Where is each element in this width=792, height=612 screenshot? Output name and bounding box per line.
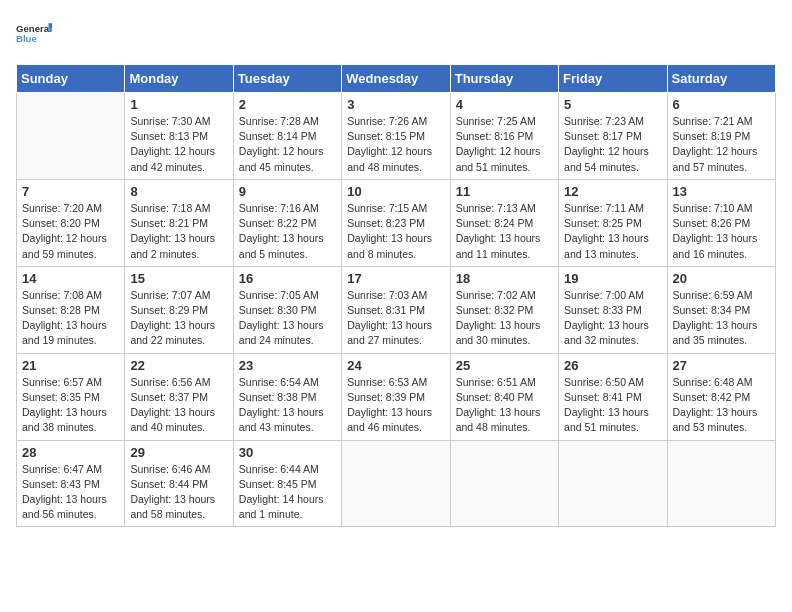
day-number: 23 — [239, 358, 336, 373]
day-number: 24 — [347, 358, 444, 373]
day-number: 1 — [130, 97, 227, 112]
day-number: 19 — [564, 271, 661, 286]
day-number: 4 — [456, 97, 553, 112]
day-detail: Sunrise: 7:05 AM Sunset: 8:30 PM Dayligh… — [239, 288, 336, 349]
day-number: 11 — [456, 184, 553, 199]
day-number: 3 — [347, 97, 444, 112]
day-detail: Sunrise: 6:46 AM Sunset: 8:44 PM Dayligh… — [130, 462, 227, 523]
day-detail: Sunrise: 7:00 AM Sunset: 8:33 PM Dayligh… — [564, 288, 661, 349]
day-number: 14 — [22, 271, 119, 286]
day-cell: 2Sunrise: 7:28 AM Sunset: 8:14 PM Daylig… — [233, 93, 341, 180]
day-cell: 13Sunrise: 7:10 AM Sunset: 8:26 PM Dayli… — [667, 179, 775, 266]
day-number: 5 — [564, 97, 661, 112]
day-detail: Sunrise: 7:10 AM Sunset: 8:26 PM Dayligh… — [673, 201, 770, 262]
day-number: 9 — [239, 184, 336, 199]
header-monday: Monday — [125, 65, 233, 93]
day-cell: 6Sunrise: 7:21 AM Sunset: 8:19 PM Daylig… — [667, 93, 775, 180]
day-detail: Sunrise: 6:53 AM Sunset: 8:39 PM Dayligh… — [347, 375, 444, 436]
day-detail: Sunrise: 6:44 AM Sunset: 8:45 PM Dayligh… — [239, 462, 336, 523]
day-number: 16 — [239, 271, 336, 286]
day-detail: Sunrise: 7:15 AM Sunset: 8:23 PM Dayligh… — [347, 201, 444, 262]
day-cell: 11Sunrise: 7:13 AM Sunset: 8:24 PM Dayli… — [450, 179, 558, 266]
day-detail: Sunrise: 7:20 AM Sunset: 8:20 PM Dayligh… — [22, 201, 119, 262]
day-cell: 8Sunrise: 7:18 AM Sunset: 8:21 PM Daylig… — [125, 179, 233, 266]
day-number: 10 — [347, 184, 444, 199]
day-cell: 25Sunrise: 6:51 AM Sunset: 8:40 PM Dayli… — [450, 353, 558, 440]
header-friday: Friday — [559, 65, 667, 93]
header-wednesday: Wednesday — [342, 65, 450, 93]
day-detail: Sunrise: 7:18 AM Sunset: 8:21 PM Dayligh… — [130, 201, 227, 262]
day-number: 28 — [22, 445, 119, 460]
day-cell: 5Sunrise: 7:23 AM Sunset: 8:17 PM Daylig… — [559, 93, 667, 180]
calendar-table: SundayMondayTuesdayWednesdayThursdayFrid… — [16, 64, 776, 527]
day-detail: Sunrise: 6:59 AM Sunset: 8:34 PM Dayligh… — [673, 288, 770, 349]
day-detail: Sunrise: 7:28 AM Sunset: 8:14 PM Dayligh… — [239, 114, 336, 175]
header-saturday: Saturday — [667, 65, 775, 93]
day-detail: Sunrise: 7:03 AM Sunset: 8:31 PM Dayligh… — [347, 288, 444, 349]
day-number: 6 — [673, 97, 770, 112]
day-cell: 20Sunrise: 6:59 AM Sunset: 8:34 PM Dayli… — [667, 266, 775, 353]
day-detail: Sunrise: 6:51 AM Sunset: 8:40 PM Dayligh… — [456, 375, 553, 436]
day-detail: Sunrise: 7:02 AM Sunset: 8:32 PM Dayligh… — [456, 288, 553, 349]
day-number: 17 — [347, 271, 444, 286]
day-number: 26 — [564, 358, 661, 373]
day-detail: Sunrise: 6:54 AM Sunset: 8:38 PM Dayligh… — [239, 375, 336, 436]
day-detail: Sunrise: 6:56 AM Sunset: 8:37 PM Dayligh… — [130, 375, 227, 436]
day-cell: 3Sunrise: 7:26 AM Sunset: 8:15 PM Daylig… — [342, 93, 450, 180]
day-detail: Sunrise: 7:21 AM Sunset: 8:19 PM Dayligh… — [673, 114, 770, 175]
day-number: 18 — [456, 271, 553, 286]
day-number: 21 — [22, 358, 119, 373]
day-cell: 28Sunrise: 6:47 AM Sunset: 8:43 PM Dayli… — [17, 440, 125, 527]
day-detail: Sunrise: 6:57 AM Sunset: 8:35 PM Dayligh… — [22, 375, 119, 436]
day-detail: Sunrise: 7:26 AM Sunset: 8:15 PM Dayligh… — [347, 114, 444, 175]
day-number: 30 — [239, 445, 336, 460]
day-detail: Sunrise: 6:47 AM Sunset: 8:43 PM Dayligh… — [22, 462, 119, 523]
day-cell — [450, 440, 558, 527]
day-detail: Sunrise: 7:13 AM Sunset: 8:24 PM Dayligh… — [456, 201, 553, 262]
day-detail: Sunrise: 7:30 AM Sunset: 8:13 PM Dayligh… — [130, 114, 227, 175]
day-detail: Sunrise: 7:08 AM Sunset: 8:28 PM Dayligh… — [22, 288, 119, 349]
day-detail: Sunrise: 6:50 AM Sunset: 8:41 PM Dayligh… — [564, 375, 661, 436]
day-detail: Sunrise: 7:16 AM Sunset: 8:22 PM Dayligh… — [239, 201, 336, 262]
day-cell: 22Sunrise: 6:56 AM Sunset: 8:37 PM Dayli… — [125, 353, 233, 440]
svg-text:General: General — [16, 23, 52, 34]
day-cell: 15Sunrise: 7:07 AM Sunset: 8:29 PM Dayli… — [125, 266, 233, 353]
logo: General Blue — [16, 16, 52, 52]
day-cell: 7Sunrise: 7:20 AM Sunset: 8:20 PM Daylig… — [17, 179, 125, 266]
day-cell — [667, 440, 775, 527]
day-cell: 4Sunrise: 7:25 AM Sunset: 8:16 PM Daylig… — [450, 93, 558, 180]
day-number: 20 — [673, 271, 770, 286]
day-cell: 26Sunrise: 6:50 AM Sunset: 8:41 PM Dayli… — [559, 353, 667, 440]
day-cell: 21Sunrise: 6:57 AM Sunset: 8:35 PM Dayli… — [17, 353, 125, 440]
day-cell — [17, 93, 125, 180]
day-cell: 10Sunrise: 7:15 AM Sunset: 8:23 PM Dayli… — [342, 179, 450, 266]
day-cell: 19Sunrise: 7:00 AM Sunset: 8:33 PM Dayli… — [559, 266, 667, 353]
day-number: 15 — [130, 271, 227, 286]
day-number: 22 — [130, 358, 227, 373]
day-cell: 1Sunrise: 7:30 AM Sunset: 8:13 PM Daylig… — [125, 93, 233, 180]
day-number: 27 — [673, 358, 770, 373]
svg-text:Blue: Blue — [16, 33, 37, 44]
week-row-2: 7Sunrise: 7:20 AM Sunset: 8:20 PM Daylig… — [17, 179, 776, 266]
day-detail: Sunrise: 7:23 AM Sunset: 8:17 PM Dayligh… — [564, 114, 661, 175]
day-number: 12 — [564, 184, 661, 199]
week-row-1: 1Sunrise: 7:30 AM Sunset: 8:13 PM Daylig… — [17, 93, 776, 180]
day-cell — [559, 440, 667, 527]
day-cell: 27Sunrise: 6:48 AM Sunset: 8:42 PM Dayli… — [667, 353, 775, 440]
day-detail: Sunrise: 7:25 AM Sunset: 8:16 PM Dayligh… — [456, 114, 553, 175]
day-number: 8 — [130, 184, 227, 199]
day-detail: Sunrise: 6:48 AM Sunset: 8:42 PM Dayligh… — [673, 375, 770, 436]
day-cell: 17Sunrise: 7:03 AM Sunset: 8:31 PM Dayli… — [342, 266, 450, 353]
day-cell: 9Sunrise: 7:16 AM Sunset: 8:22 PM Daylig… — [233, 179, 341, 266]
day-number: 25 — [456, 358, 553, 373]
header-sunday: Sunday — [17, 65, 125, 93]
page-header: General Blue — [16, 16, 776, 52]
day-number: 13 — [673, 184, 770, 199]
day-cell: 29Sunrise: 6:46 AM Sunset: 8:44 PM Dayli… — [125, 440, 233, 527]
week-row-4: 21Sunrise: 6:57 AM Sunset: 8:35 PM Dayli… — [17, 353, 776, 440]
week-row-3: 14Sunrise: 7:08 AM Sunset: 8:28 PM Dayli… — [17, 266, 776, 353]
calendar-header: SundayMondayTuesdayWednesdayThursdayFrid… — [17, 65, 776, 93]
day-cell — [342, 440, 450, 527]
day-number: 2 — [239, 97, 336, 112]
day-cell: 18Sunrise: 7:02 AM Sunset: 8:32 PM Dayli… — [450, 266, 558, 353]
